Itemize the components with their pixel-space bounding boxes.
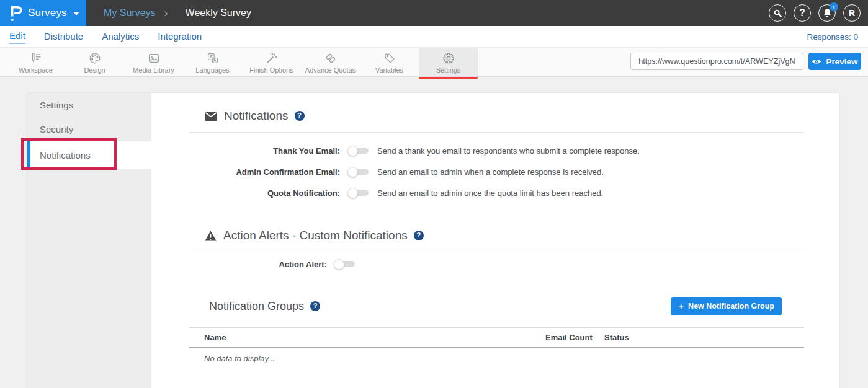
notifications-content: Notifications ? Thank You Email: Send a … (151, 93, 839, 388)
advance-quotas-icon (324, 51, 338, 65)
toggle-description: Send a thank you email to respondents wh… (377, 146, 640, 156)
questionpro-logo-icon (8, 4, 24, 22)
design-icon (88, 51, 102, 65)
admin-confirmation-email-toggle[interactable] (347, 167, 369, 177)
page-body: Settings Security Notifications Notifica… (0, 77, 868, 388)
toggle-row-action-alert: Action Alert: (189, 254, 804, 275)
new-notification-group-button[interactable]: + New Notification Group (671, 297, 782, 315)
toolbar-item-label: Advance Quotas (305, 66, 356, 74)
notification-groups-table: Name Email Count Status No data to displ… (189, 327, 804, 363)
help-icon[interactable]: ? (295, 111, 305, 121)
workspace-icon (29, 51, 43, 65)
search-icon (773, 9, 782, 18)
tab-distribute[interactable]: Distribute (44, 30, 83, 43)
toolbar-item-variables[interactable]: Variables (360, 48, 419, 76)
finish-options-icon (265, 51, 279, 65)
responses-count[interactable]: Responses: 0 (807, 32, 858, 42)
toggle-row-quota-notification: Quota Notification: Send an email to adm… (189, 182, 804, 203)
toggle-label: Quota Notification: (189, 188, 340, 198)
breadcrumb-current-survey: Weekly Survey (186, 7, 251, 19)
tab-edit[interactable]: Edit (9, 29, 25, 44)
toggle-knob (347, 188, 358, 198)
toolbar-item-label: Languages (195, 66, 229, 74)
toolbar-item-design[interactable]: Design (65, 48, 124, 76)
warning-triangle-icon (205, 231, 217, 241)
notifications-button[interactable]: 1 (818, 4, 836, 22)
toolbar-item-media-library[interactable]: Media Library (124, 48, 183, 76)
avatar: R (849, 9, 855, 17)
settings-sidebar: Settings Security Notifications (27, 93, 151, 388)
toolbar-item-advance-quotas[interactable]: Advance Quotas (301, 48, 360, 76)
table-header-row: Name Email Count Status (189, 327, 804, 348)
toolbar-item-label: Finish Options (249, 66, 293, 74)
envelope-icon (205, 112, 217, 121)
sidebar-item-security[interactable]: Security (27, 117, 151, 141)
settings-panel: Settings Security Notifications Notifica… (27, 93, 839, 388)
tab-analytics[interactable]: Analytics (102, 30, 139, 43)
toolbar-item-label: Workspace (19, 66, 53, 74)
toolbar-item-label: Settings (436, 66, 461, 74)
settings-icon (442, 51, 455, 65)
toggle-knob (334, 259, 344, 270)
toggle-description: Send an email to admin when a complete r… (377, 167, 604, 177)
sidebar-item-label: Security (40, 124, 73, 134)
sidebar-item-label: Notifications (40, 150, 91, 161)
preview-button-label: Preview (826, 57, 857, 66)
product-switcher[interactable]: Surveys (0, 0, 86, 26)
chevron-down-icon (73, 12, 79, 15)
tab-integration[interactable]: Integration (158, 30, 202, 43)
product-name: Surveys (28, 7, 67, 19)
breadcrumb-my-surveys[interactable]: My Surveys (104, 7, 156, 19)
toolbar-item-label: Media Library (133, 66, 174, 74)
section-divider (189, 132, 804, 133)
toolbar-item-finish-options[interactable]: Finish Options (242, 48, 301, 76)
toggle-row-thank-you-email: Thank You Email: Send a thank you email … (189, 140, 804, 161)
eye-icon (812, 58, 821, 65)
top-bar: Surveys My Surveys › Weekly Survey ? 1 R (0, 0, 868, 26)
column-header-email-count: Email Count (545, 333, 604, 342)
survey-nav: Edit Distribute Analytics Integration Re… (0, 26, 868, 48)
help-icon[interactable]: ? (414, 231, 424, 240)
toggle-knob (347, 167, 358, 177)
toggle-label: Thank You Email: (189, 146, 340, 156)
thank-you-email-toggle[interactable] (347, 146, 369, 156)
new-group-button-label: New Notification Group (688, 302, 774, 311)
active-tool-underline (419, 77, 478, 79)
survey-url-input[interactable] (630, 53, 803, 70)
column-header-status: Status (604, 333, 804, 342)
toggle-label: Action Alert: (189, 260, 327, 269)
table-empty-message: No data to display... (189, 348, 804, 363)
header-actions: ? 1 R (769, 0, 868, 26)
notification-groups-title: Notification Groups (209, 300, 304, 313)
action-alerts-section-header: Action Alerts - Custom Notifications ? (189, 227, 804, 244)
notifications-section-header: Notifications ? (189, 108, 804, 124)
preview-button[interactable]: Preview (808, 53, 861, 70)
question-icon: ? (799, 8, 805, 18)
breadcrumb: My Surveys › Weekly Survey (104, 0, 251, 26)
action-alert-toggle[interactable] (334, 259, 355, 270)
toolbar-item-languages[interactable]: Languages (183, 48, 242, 76)
action-alert-toggles: Action Alert: (189, 254, 804, 275)
notification-count-badge: 1 (830, 2, 838, 11)
help-button[interactable]: ? (794, 4, 811, 22)
search-button[interactable] (769, 4, 786, 22)
sidebar-item-notifications[interactable]: Notifications (27, 141, 151, 169)
plus-icon: + (678, 302, 684, 311)
quota-notification-toggle[interactable] (347, 188, 369, 198)
media-library-icon (147, 51, 161, 65)
section-title: Notifications (224, 109, 289, 123)
languages-icon (206, 51, 220, 65)
toolbar-item-settings[interactable]: Settings (419, 48, 478, 76)
sidebar-item-settings[interactable]: Settings (27, 93, 151, 117)
toolbar-item-label: Design (84, 66, 105, 74)
account-button[interactable]: R (843, 4, 861, 22)
sidebar-item-label: Settings (40, 100, 73, 110)
toolbar-item-label: Variables (375, 66, 403, 74)
notification-groups-header: Notification Groups ? + New Notification… (189, 296, 804, 316)
toolbar-item-workspace[interactable]: Workspace (6, 48, 65, 76)
toggle-description: Send an email to admin once the quota li… (377, 188, 603, 198)
help-icon[interactable]: ? (310, 301, 320, 311)
section-title: Action Alerts - Custom Notifications (223, 229, 408, 242)
toggle-label: Admin Confirmation Email: (189, 167, 340, 177)
toggle-knob (347, 146, 358, 156)
